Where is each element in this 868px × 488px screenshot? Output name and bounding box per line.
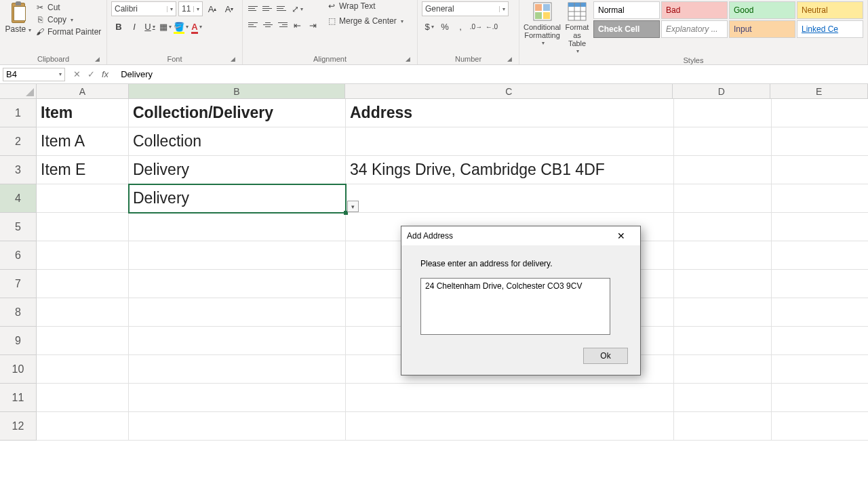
data-validation-dropdown[interactable]: ▾ <box>347 201 359 212</box>
name-box[interactable]: B4▾ <box>3 68 65 81</box>
fill-color-button[interactable]: 🪣▾ <box>174 19 189 34</box>
cell-E4[interactable] <box>772 184 868 213</box>
copy-button[interactable]: ⎘ Copy ▾ <box>35 15 101 24</box>
style-chip[interactable]: Check Cell <box>593 20 660 38</box>
cell-E9[interactable] <box>772 327 868 355</box>
font-name-select[interactable]: Calibri▾ <box>111 1 176 16</box>
font-size-select[interactable]: 11▾ <box>178 1 203 16</box>
cell-C11[interactable] <box>346 384 674 412</box>
cell-D3[interactable] <box>674 156 772 184</box>
cell-A5[interactable] <box>37 213 129 241</box>
cell-D7[interactable] <box>674 270 772 298</box>
align-middle-button[interactable] <box>261 1 275 15</box>
row-header-8[interactable]: 8 <box>0 298 37 327</box>
cell-A6[interactable] <box>37 241 129 270</box>
wrap-text-button[interactable]: ↩ Wrap Text <box>327 1 403 11</box>
shrink-font-button[interactable]: A▾ <box>222 1 237 16</box>
row-header-3[interactable]: 3 <box>0 156 37 184</box>
dialog-launcher-icon[interactable]: ◢ <box>93 55 101 63</box>
cell-B11[interactable] <box>129 384 346 412</box>
format-as-table-button[interactable]: Format as Table▾ <box>564 1 591 55</box>
cell-C3[interactable]: 34 Kings Drive, Cambridge CB1 4DF <box>346 156 674 184</box>
cell-B6[interactable] <box>129 241 346 270</box>
cell-B2[interactable]: Collection <box>129 127 346 156</box>
dialog-launcher-icon[interactable]: ◢ <box>229 55 237 63</box>
cell-D11[interactable] <box>674 384 772 412</box>
cut-button[interactable]: ✂ Cut <box>35 3 101 12</box>
style-chip[interactable]: Bad <box>661 1 728 19</box>
cell-D9[interactable] <box>674 327 772 355</box>
font-color-button[interactable]: A▾ <box>189 19 204 34</box>
conditional-formatting-button[interactable]: Conditional Formatting▾ <box>524 1 561 47</box>
row-header-7[interactable]: 7 <box>0 270 37 298</box>
ok-button[interactable]: Ok <box>583 348 628 364</box>
cell-A7[interactable] <box>37 270 129 298</box>
cell-B9[interactable] <box>129 327 346 355</box>
row-header-11[interactable]: 11 <box>0 384 37 412</box>
column-header-B[interactable]: B <box>129 84 346 98</box>
increase-decimal-button[interactable]: .0→ <box>469 19 484 34</box>
row-header-12[interactable]: 12 <box>0 412 37 441</box>
cell-A2[interactable]: Item A <box>37 127 129 156</box>
style-chip[interactable]: Normal <box>593 1 660 19</box>
row-header-5[interactable]: 5 <box>0 213 37 241</box>
cell-B3[interactable]: Delivery <box>129 156 346 184</box>
formula-input[interactable]: Delivery <box>117 69 868 79</box>
bold-button[interactable]: B <box>111 19 126 34</box>
row-header-1[interactable]: 1 <box>0 99 37 127</box>
style-chip[interactable]: Explanatory ... <box>661 20 728 38</box>
column-header-E[interactable]: E <box>770 84 868 98</box>
italic-button[interactable]: I <box>127 19 142 34</box>
cell-D12[interactable] <box>674 412 772 441</box>
grow-font-button[interactable]: A▴ <box>205 1 220 16</box>
cell-D8[interactable] <box>674 298 772 327</box>
cell-B1[interactable]: Collection/Delivery <box>129 99 346 127</box>
cell-B7[interactable] <box>129 270 346 298</box>
insert-function-icon[interactable]: fx <box>102 69 108 79</box>
paste-button[interactable]: Paste ▾ <box>4 1 33 34</box>
cell-D1[interactable] <box>674 99 772 127</box>
merge-center-button[interactable]: ⬚ Merge & Center ▾ <box>327 16 403 26</box>
decrease-indent-button[interactable]: ⇤ <box>290 18 304 33</box>
align-bottom-button[interactable] <box>275 1 289 15</box>
cell-B12[interactable] <box>129 412 346 441</box>
decrease-decimal-button[interactable]: ←.0 <box>484 19 499 34</box>
cell-styles-gallery[interactable]: NormalBadGoodNeutralCheck CellExplanator… <box>593 1 863 38</box>
cancel-edit-icon[interactable]: ✕ <box>73 69 81 79</box>
dialog-titlebar[interactable]: Add Address ✕ <box>401 226 640 245</box>
row-header-4[interactable]: 4 <box>0 184 37 213</box>
row-header-9[interactable]: 9 <box>0 327 37 355</box>
cell-A11[interactable] <box>37 384 129 412</box>
cell-A10[interactable] <box>37 355 129 384</box>
cell-B10[interactable] <box>129 355 346 384</box>
cell-A3[interactable]: Item E <box>37 156 129 184</box>
cell-D10[interactable] <box>674 355 772 384</box>
cell-C12[interactable] <box>346 412 674 441</box>
cell-A1[interactable]: Item <box>37 99 129 127</box>
cell-A9[interactable] <box>37 327 129 355</box>
style-chip[interactable]: Good <box>729 1 795 19</box>
style-chip[interactable]: Linked Ce <box>797 20 863 38</box>
dialog-launcher-icon[interactable]: ◢ <box>403 55 412 63</box>
cell-A8[interactable] <box>37 298 129 327</box>
underline-button[interactable]: U▾ <box>142 19 157 34</box>
cell-B5[interactable] <box>129 213 346 241</box>
select-all-corner[interactable] <box>0 84 37 98</box>
address-input[interactable] <box>420 278 610 335</box>
active-cell[interactable]: Delivery <box>129 184 346 213</box>
dialog-close-button[interactable]: ✕ <box>608 226 635 245</box>
cell-E1[interactable] <box>772 99 868 127</box>
number-format-select[interactable]: General▾ <box>422 1 509 16</box>
cell-D4[interactable] <box>674 184 772 213</box>
cell-C4[interactable] <box>346 184 674 213</box>
cell-E11[interactable] <box>772 384 868 412</box>
cell-E8[interactable] <box>772 298 868 327</box>
accounting-format-button[interactable]: $▾ <box>422 19 437 34</box>
cell-E10[interactable] <box>772 355 868 384</box>
cell-D5[interactable] <box>674 213 772 241</box>
cell-E7[interactable] <box>772 270 868 298</box>
cell-A4[interactable] <box>37 184 129 213</box>
cell-E6[interactable] <box>772 241 868 270</box>
format-painter-button[interactable]: 🖌 Format Painter <box>35 27 101 37</box>
cell-D6[interactable] <box>674 241 772 270</box>
